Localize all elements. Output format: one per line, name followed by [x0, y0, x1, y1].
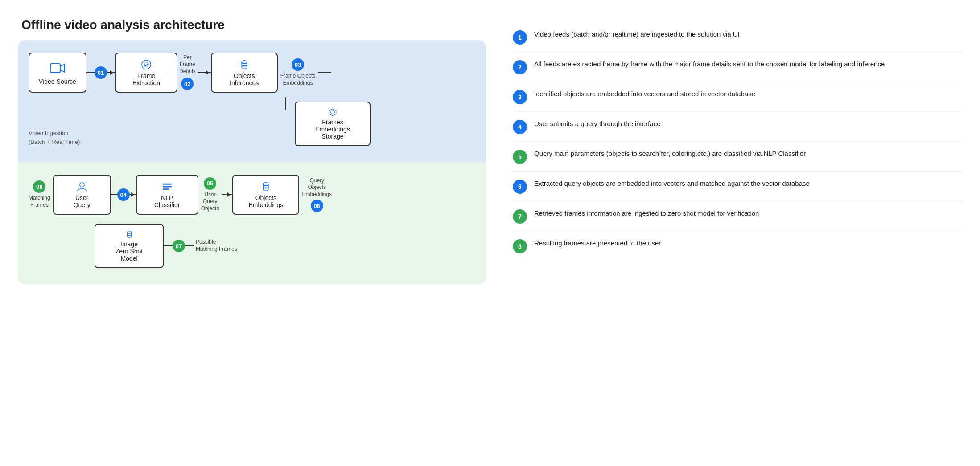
legend-item-8: 8 Resulting frames are presented to the …: [513, 231, 962, 261]
query-objects-label: QueryObjectsEmbeddings: [302, 177, 332, 198]
user-query-objects-label: UserQueryObjects: [201, 192, 219, 213]
legend-item-6: 6 Extracted query objects are embedded i…: [513, 172, 962, 201]
legend-text-7: Retrieved frames information are ingeste…: [534, 208, 759, 219]
between-05: 05 UserQueryObjects: [201, 177, 219, 213]
diagram-container: Offline video analysis architecture Vide…: [18, 18, 486, 284]
step-badge-03: 03: [292, 58, 304, 71]
between-02: PerFrameDetails 02: [179, 54, 196, 91]
user-query-node: UserQuery: [53, 175, 111, 215]
svg-point-2: [142, 60, 151, 69]
objects-inferences-node: ObjectsInferences: [211, 53, 278, 93]
frame-extraction-node: FrameExtraction: [115, 53, 177, 93]
svg-rect-0: [50, 64, 60, 73]
legend-item-1: 1 Video feeds (batch and/or realtime) ar…: [513, 22, 962, 52]
legend-badge-2: 2: [513, 60, 527, 74]
legend-text-2: All feeds are extracted frame by frame w…: [534, 59, 885, 69]
camera-icon: [49, 60, 66, 76]
step-badge-06: 06: [311, 200, 323, 212]
legend-item-7: 7 Retrieved frames information are inges…: [513, 201, 962, 231]
bottom-section: 08 MatchingFrames UserQuery 04: [18, 162, 486, 284]
frames-embeddings-storage-node: FramesEmbeddingsStorage: [295, 102, 371, 146]
per-frame-label: PerFrameDetails: [179, 54, 196, 75]
storage-icon: [325, 108, 341, 117]
step-badge-02: 02: [181, 78, 194, 90]
frame-extraction-icon: [138, 59, 154, 70]
storage-node-area: FramesEmbeddingsStorage: [295, 102, 371, 146]
connector-07: 07 PossibleMatching Frames: [164, 239, 237, 253]
legend-area: 1 Video feeds (batch and/or realtime) ar…: [513, 18, 962, 261]
step-badge-07: 07: [173, 240, 185, 252]
legend-text-4: User submits a query through the interfa…: [534, 119, 660, 129]
between-06: QueryObjectsEmbeddings 06: [302, 177, 332, 213]
legend-text-5: Query main parameters (objects to search…: [534, 149, 806, 159]
connector-04: 04: [111, 188, 136, 201]
svg-rect-14: [163, 188, 169, 190]
diagram-title: Offline video analysis architecture: [18, 18, 486, 32]
possible-matching-label: PossibleMatching Frames: [196, 239, 237, 253]
legend-item-3: 3 Identified objects are embedded into v…: [513, 82, 962, 112]
step-badge-04: 04: [117, 188, 130, 201]
video-ingestion-area: Video Ingestion(Batch + Real Time): [29, 97, 278, 146]
svg-marker-1: [60, 64, 65, 72]
frame-objects-label: Frame ObjectsEmbeddings: [280, 73, 316, 86]
video-source-label: Video Source: [39, 78, 76, 85]
user-icon: [74, 181, 90, 192]
legend-badge-1: 1: [513, 30, 527, 45]
frame-extraction-label: FrameExtraction: [132, 72, 160, 86]
storage-label: FramesEmbeddingsStorage: [315, 119, 350, 140]
nlp-icon: [159, 181, 175, 192]
zero-shot-label: ImageZero ShotModel: [115, 241, 143, 262]
legend-item-5: 5 Query main parameters (objects to sear…: [513, 142, 962, 172]
zero-shot-node: ImageZero ShotModel: [95, 224, 164, 268]
legend-text-3: Identified objects are embedded into vec…: [534, 89, 755, 99]
step-badge-08: 08: [33, 180, 45, 193]
legend-badge-8: 8: [513, 239, 527, 253]
bottom-flow-row: 08 MatchingFrames UserQuery 04: [29, 175, 475, 215]
objects-embeddings-icon: [258, 181, 274, 192]
legend-text-8: Resulting frames are presented to the us…: [534, 238, 661, 249]
video-ingestion-label: Video Ingestion(Batch + Real Time): [29, 129, 278, 146]
legend-text-1: Video feeds (batch and/or realtime) are …: [534, 29, 740, 40]
connector-01: 01: [86, 66, 115, 79]
matching-frames-label: MatchingFrames: [29, 195, 50, 208]
top-section: Video Source 01 FrameExtraction: [18, 40, 486, 162]
user-query-label: UserQuery: [74, 194, 91, 208]
top-flow-row: Video Source 01 FrameExtraction: [29, 53, 475, 93]
legend-badge-4: 4: [513, 120, 527, 134]
objects-embeddings-node: ObjectsEmbeddings: [232, 175, 299, 215]
objects-inferences-label: ObjectsInferences: [230, 72, 259, 86]
video-source-node: Video Source: [29, 53, 86, 93]
matching-frames-area: 08 MatchingFrames: [29, 180, 50, 208]
svg-marker-9: [329, 109, 336, 116]
zero-shot-icon: [121, 230, 137, 239]
svg-marker-10: [331, 110, 335, 114]
svg-point-11: [80, 183, 84, 187]
objects-embeddings-label: ObjectsEmbeddings: [248, 194, 283, 208]
storage-connector: [278, 97, 286, 146]
between-03: 03 Frame ObjectsEmbeddings: [280, 58, 316, 86]
storage-section: Video Ingestion(Batch + Real Time) Frame…: [29, 97, 475, 146]
svg-rect-12: [163, 184, 172, 185]
svg-rect-13: [163, 186, 172, 188]
bottom-second-row: ImageZero ShotModel 07 PossibleMatching …: [94, 224, 475, 268]
legend-item-4: 4 User submits a query through the inter…: [513, 112, 962, 142]
legend-text-6: Extracted query objects are embedded int…: [534, 179, 810, 189]
nlp-classifier-node: NLPClassifier: [136, 175, 198, 215]
step-badge-05: 05: [204, 177, 216, 190]
objects-inferences-icon: [236, 59, 252, 70]
legend-badge-5: 5: [513, 150, 527, 164]
legend-badge-3: 3: [513, 90, 527, 104]
legend-badge-6: 6: [513, 180, 527, 194]
legend-item-2: 2 All feeds are extracted frame by frame…: [513, 52, 962, 82]
legend-badge-7: 7: [513, 209, 527, 224]
nlp-classifier-label: NLPClassifier: [154, 194, 180, 208]
step-badge-01: 01: [95, 66, 107, 79]
